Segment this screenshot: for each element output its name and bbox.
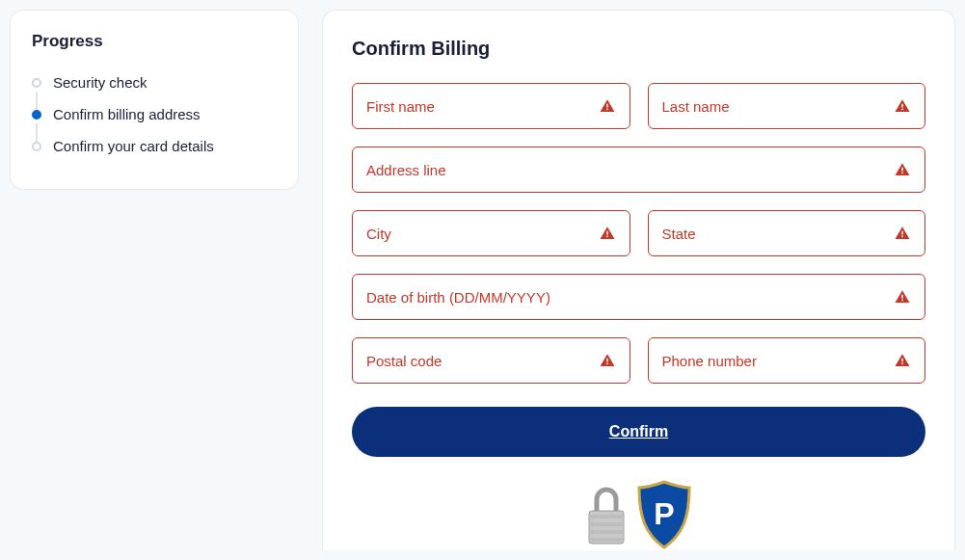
phone-field[interactable] [662, 353, 883, 369]
shield-letter: P [654, 496, 674, 531]
last-name-field-wrap [648, 83, 926, 129]
warning-icon [599, 352, 616, 369]
svg-rect-14 [901, 359, 903, 362]
progress-sidebar: Progress Security check Confirm billing … [10, 10, 299, 190]
progress-list: Security check Confirm billing address C… [32, 67, 277, 162]
svg-rect-7 [606, 236, 608, 238]
svg-rect-10 [901, 295, 903, 299]
svg-rect-15 [901, 363, 903, 365]
lock-icon [583, 480, 630, 549]
warning-icon [599, 97, 616, 115]
dob-field-wrap [352, 274, 925, 320]
billing-form: Confirm [352, 83, 925, 457]
progress-step-billing: Confirm billing address [32, 98, 277, 130]
progress-step-security: Security check [32, 67, 277, 98]
warning-icon [894, 97, 911, 115]
postal-code-field-wrap [352, 337, 630, 384]
billing-panel: Confirm Billing [322, 10, 955, 550]
svg-rect-11 [901, 300, 903, 302]
warning-icon [894, 288, 911, 306]
progress-title: Progress [32, 32, 277, 51]
svg-rect-12 [606, 359, 608, 362]
svg-rect-19 [589, 530, 624, 534]
first-name-field-wrap [352, 83, 630, 129]
progress-step-label: Security check [53, 74, 147, 91]
progress-dot-icon [32, 110, 41, 120]
svg-rect-0 [606, 104, 608, 108]
trust-badges: P [583, 478, 695, 551]
paypal-shield-icon: P [633, 478, 695, 551]
warning-icon [894, 161, 911, 178]
svg-rect-5 [901, 173, 903, 174]
svg-rect-4 [901, 168, 903, 172]
svg-rect-8 [901, 231, 903, 235]
warning-icon [894, 352, 911, 369]
first-name-field[interactable] [366, 98, 587, 115]
progress-step-label: Confirm your card details [53, 138, 214, 154]
address-field[interactable] [366, 162, 882, 178]
city-field-wrap [352, 210, 630, 256]
postal-code-field[interactable] [366, 353, 587, 369]
confirm-button[interactable]: Confirm [352, 407, 925, 457]
page-title: Confirm Billing [352, 38, 925, 60]
svg-rect-17 [589, 515, 624, 519]
state-field[interactable] [662, 226, 883, 242]
svg-rect-13 [606, 363, 608, 365]
svg-rect-9 [901, 236, 903, 238]
city-field[interactable] [366, 226, 587, 242]
dob-field[interactable] [366, 289, 882, 306]
svg-rect-1 [606, 109, 608, 111]
progress-dot-icon [32, 142, 41, 151]
state-field-wrap [648, 210, 926, 256]
progress-step-label: Confirm billing address [53, 106, 201, 122]
phone-field-wrap [648, 337, 926, 384]
svg-rect-3 [901, 109, 903, 111]
address-field-wrap [352, 147, 925, 193]
warning-icon [894, 225, 911, 242]
svg-rect-20 [589, 538, 624, 542]
progress-dot-icon [32, 78, 41, 88]
svg-rect-2 [901, 104, 903, 108]
progress-step-card: Confirm your card details [32, 130, 277, 162]
last-name-field[interactable] [662, 98, 883, 115]
svg-rect-18 [589, 522, 624, 526]
warning-icon [599, 225, 616, 242]
svg-rect-6 [606, 231, 608, 235]
